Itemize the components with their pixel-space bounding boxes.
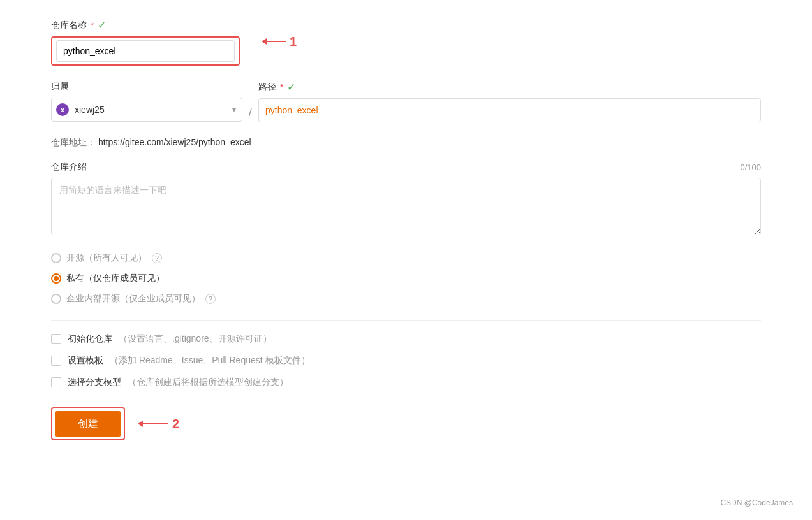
radio-open-circle xyxy=(51,253,61,263)
checkbox-branch-model-label: 选择分支模型 xyxy=(68,377,121,388)
required-marker: * xyxy=(91,20,94,31)
radio-enterprise-label: 企业内部开源（仅企业成员可见） xyxy=(66,293,200,305)
annotation-1: 1 xyxy=(290,34,297,49)
repo-name-input[interactable] xyxy=(56,40,235,62)
checkbox-branch-model[interactable]: 选择分支模型 （仓库创建后将根据所选模型创建分支） xyxy=(51,377,761,388)
visibility-options: 开源（所有人可见） ? 私有（仅仓库成员可见） 企业内部开源（仅企业成员可见） … xyxy=(51,252,761,305)
checkbox-init-desc: （设置语言、.gitignore、开源许可证） xyxy=(119,333,272,345)
checkbox-template-desc: （添加 Readme、Issue、Pull Request 模板文件） xyxy=(110,355,310,366)
intro-count: 0/100 xyxy=(740,162,761,172)
open-help-icon[interactable]: ? xyxy=(152,253,162,263)
path-slash: / xyxy=(249,106,252,118)
checkbox-branch-model-box[interactable] xyxy=(51,377,61,387)
arrow-1-icon xyxy=(262,34,287,49)
svg-marker-1 xyxy=(262,38,267,45)
svg-marker-3 xyxy=(138,421,143,427)
radio-enterprise-circle xyxy=(51,294,61,304)
radio-open-label: 开源（所有人可见） xyxy=(66,252,147,264)
radio-private-label: 私有（仅仓库成员可见） xyxy=(66,273,165,284)
options-section: 初始化仓库 （设置语言、.gitignore、开源许可证） 设置模板 （添加 R… xyxy=(51,333,761,388)
intro-textarea[interactable] xyxy=(51,178,761,235)
path-input[interactable] xyxy=(258,98,761,122)
radio-private-circle xyxy=(51,273,61,284)
owner-label: 归属 xyxy=(51,81,69,92)
owner-avatar: x xyxy=(56,103,69,116)
radio-enterprise[interactable]: 企业内部开源（仅企业成员可见） ? xyxy=(51,293,761,305)
owner-select[interactable]: xiewj25 xyxy=(51,98,242,122)
arrow-2-icon xyxy=(138,416,170,431)
path-label: 路径 xyxy=(258,82,276,93)
checkbox-init[interactable]: 初始化仓库 （设置语言、.gitignore、开源许可证） xyxy=(51,333,761,345)
repo-name-label: 仓库名称 xyxy=(51,20,87,31)
checkbox-template-box[interactable] xyxy=(51,356,61,366)
enterprise-help-icon[interactable]: ? xyxy=(205,294,216,304)
create-button[interactable]: 创建 xyxy=(55,411,121,437)
repo-name-check-icon: ✓ xyxy=(98,19,106,31)
checkbox-init-label: 初始化仓库 xyxy=(68,333,112,345)
checkbox-init-box[interactable] xyxy=(51,334,61,344)
checkbox-template[interactable]: 设置模板 （添加 Readme、Issue、Pull Request 模板文件） xyxy=(51,355,761,366)
checkbox-branch-model-desc: （仓库创建后将根据所选模型创建分支） xyxy=(128,377,288,388)
annotation-2: 2 xyxy=(172,417,179,431)
radio-open[interactable]: 开源（所有人可见） ? xyxy=(51,252,761,264)
repo-address-url: https://gitee.com/xiewj25/python_excel xyxy=(98,137,251,147)
intro-label: 仓库介绍 xyxy=(51,161,87,173)
checkbox-template-label: 设置模板 xyxy=(68,355,103,366)
radio-private[interactable]: 私有（仅仓库成员可见） xyxy=(51,273,761,284)
path-required-marker: * xyxy=(280,82,283,92)
divider xyxy=(51,320,761,321)
path-check-icon: ✓ xyxy=(287,81,295,93)
repo-address: 仓库地址： https://gitee.com/xiewj25/python_e… xyxy=(51,137,761,148)
